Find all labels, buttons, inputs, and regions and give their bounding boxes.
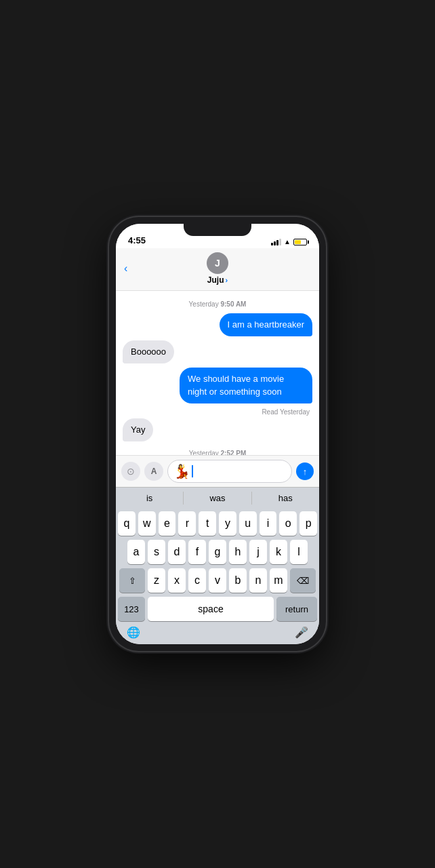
key-s[interactable]: s bbox=[148, 540, 165, 564]
key-o[interactable]: o bbox=[279, 511, 297, 536]
camera-button[interactable]: ⊙ bbox=[121, 462, 140, 481]
message-bubble-received-2: Yay bbox=[123, 418, 153, 441]
emoji-sticker: 💃 bbox=[173, 463, 190, 479]
input-area: ⊙ A 💃 ↑ bbox=[116, 455, 319, 487]
message-row: Yay bbox=[123, 418, 312, 441]
key-v[interactable]: v bbox=[209, 568, 226, 593]
message-bubble-sent-2: We should have a movie night or somethin… bbox=[180, 368, 312, 403]
status-time: 4:55 bbox=[128, 235, 146, 245]
contact-name: Juju › bbox=[207, 275, 228, 285]
contact-chevron-icon: › bbox=[226, 276, 228, 284]
key-k[interactable]: k bbox=[270, 540, 287, 564]
back-chevron-icon: ‹ bbox=[124, 262, 127, 275]
key-h[interactable]: h bbox=[229, 540, 247, 564]
key-f[interactable]: f bbox=[188, 540, 206, 564]
key-r[interactable]: r bbox=[178, 511, 196, 536]
predictive-item-1[interactable]: is bbox=[116, 492, 184, 505]
message-row: We should have a movie night or somethin… bbox=[123, 368, 312, 403]
key-q[interactable]: q bbox=[118, 511, 136, 536]
message-bubble-sent-1: I am a heartbreaker bbox=[220, 313, 312, 336]
contact-info[interactable]: J Juju › bbox=[207, 252, 228, 285]
key-z[interactable]: z bbox=[148, 568, 165, 593]
return-key[interactable]: return bbox=[276, 597, 317, 621]
predictive-bar: is was has bbox=[116, 487, 319, 509]
key-b[interactable]: b bbox=[229, 568, 247, 593]
key-t[interactable]: t bbox=[199, 511, 216, 536]
keyboard: q w e r t y u i o p a s d f g h j k bbox=[116, 509, 319, 624]
key-x[interactable]: x bbox=[168, 568, 186, 593]
read-receipt: Read Yesterday bbox=[123, 408, 310, 416]
battery-icon bbox=[293, 239, 307, 245]
text-cursor bbox=[192, 465, 193, 477]
key-u[interactable]: u bbox=[239, 511, 257, 536]
key-d[interactable]: d bbox=[168, 540, 186, 564]
appstore-icon: A bbox=[151, 467, 157, 476]
bottom-bar: 🌐 🎤 bbox=[116, 624, 319, 644]
contact-avatar: J bbox=[207, 252, 228, 274]
key-i[interactable]: i bbox=[260, 511, 277, 536]
wifi-icon: ▲ bbox=[284, 238, 291, 245]
shift-key[interactable]: ⇧ bbox=[119, 568, 145, 593]
messages-area: Yesterday 9:50 AM I am a heartbreaker Bo… bbox=[116, 291, 319, 455]
back-button[interactable]: ‹ bbox=[124, 262, 127, 275]
key-j[interactable]: j bbox=[249, 540, 267, 564]
delete-key[interactable]: ⌫ bbox=[290, 568, 316, 593]
key-p[interactable]: p bbox=[299, 511, 317, 536]
send-button[interactable]: ↑ bbox=[296, 462, 314, 480]
globe-icon[interactable]: 🌐 bbox=[127, 626, 140, 639]
timestamp-label-2: Yesterday 2:52 PM bbox=[123, 450, 312, 455]
camera-icon: ⊙ bbox=[127, 466, 135, 477]
signal-icon bbox=[271, 239, 281, 245]
keyboard-row-4: 123 space return bbox=[118, 597, 317, 621]
numbers-key[interactable]: 123 bbox=[118, 597, 145, 621]
predictive-item-3[interactable]: has bbox=[252, 492, 319, 505]
status-icons: ▲ bbox=[271, 238, 307, 245]
keyboard-row-3: ⇧ z x c v b n m ⌫ bbox=[118, 568, 317, 593]
key-g[interactable]: g bbox=[209, 540, 226, 564]
keyboard-row-2: a s d f g h j k l bbox=[118, 540, 317, 564]
send-icon: ↑ bbox=[303, 467, 308, 477]
message-row: I am a heartbreaker bbox=[123, 313, 312, 336]
timestamp-label-1: Yesterday 9:50 AM bbox=[123, 300, 312, 308]
key-l[interactable]: l bbox=[290, 540, 308, 564]
predictive-item-2[interactable]: was bbox=[184, 492, 251, 505]
space-key[interactable]: space bbox=[148, 597, 274, 621]
phone-screen: 4:55 ▲ ‹ J bbox=[116, 224, 319, 644]
appstore-button[interactable]: A bbox=[144, 462, 163, 481]
key-m[interactable]: m bbox=[270, 568, 287, 593]
phone-shell: 4:55 ▲ ‹ J bbox=[109, 217, 326, 651]
mic-icon[interactable]: 🎤 bbox=[295, 626, 308, 639]
key-n[interactable]: n bbox=[249, 568, 267, 593]
key-a[interactable]: a bbox=[127, 540, 145, 564]
message-row: Boooooo bbox=[123, 340, 312, 363]
key-w[interactable]: w bbox=[138, 511, 156, 536]
nav-header: ‹ J Juju › bbox=[116, 248, 319, 291]
key-e[interactable]: e bbox=[159, 511, 176, 536]
key-y[interactable]: y bbox=[219, 511, 236, 536]
notch bbox=[184, 224, 251, 236]
key-c[interactable]: c bbox=[188, 568, 206, 593]
message-input-container[interactable]: 💃 bbox=[167, 460, 292, 483]
keyboard-row-1: q w e r t y u i o p bbox=[118, 511, 317, 536]
message-bubble-received-1: Boooooo bbox=[123, 340, 174, 363]
